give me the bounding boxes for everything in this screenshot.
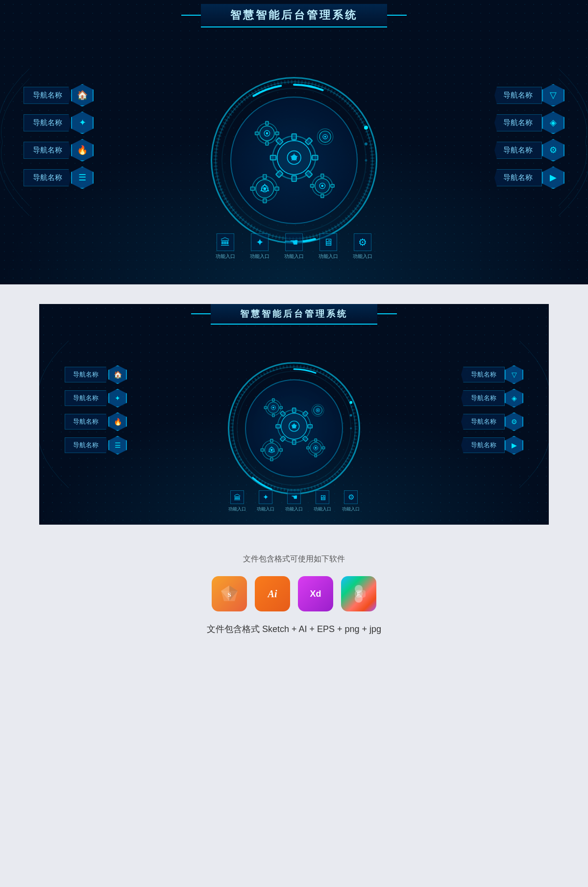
svg-rect-64 <box>302 436 308 441</box>
func-icon-3: ☚ <box>285 233 303 251</box>
nav-left-label-1: 导航名称 <box>24 87 71 104</box>
card-nav-left-item-4[interactable]: 导航名称 ☰ <box>65 436 127 455</box>
card-nav-right-label-3: 导航名称 <box>461 414 505 430</box>
card-nav-left-hex-4: ☰ <box>108 436 127 455</box>
card-nav-right-hex-1: ▽ <box>505 365 523 384</box>
func-icon-2: ✦ <box>251 233 269 251</box>
func-item-2[interactable]: ✦ 功能入口 <box>250 233 270 260</box>
format-text: 文件包含格式 Sketch + AI + EPS + png + jpg <box>39 623 549 635</box>
card-func-icon-2: ✦ <box>259 490 272 504</box>
ai-text: Ai <box>268 588 277 600</box>
card-gear-svg <box>251 385 337 471</box>
card-func-item-4[interactable]: 🖥 功能入口 <box>314 490 331 512</box>
svg-rect-81 <box>279 449 282 451</box>
sketch-logo-svg: S <box>220 584 239 604</box>
card-nav-right-item-4[interactable]: ▶ 导航名称 <box>461 436 523 455</box>
func-icon-5: ⚙ <box>354 233 371 251</box>
nav-right-item-4[interactable]: ▶ 导航名称 <box>494 166 564 189</box>
func-item-1[interactable]: 🏛 功能入口 <box>216 233 235 260</box>
svg-point-95 <box>317 409 318 411</box>
nav-right-item-3[interactable]: ⚙ 导航名称 <box>494 139 564 161</box>
card-func-icon-5: ⚙ <box>344 490 358 504</box>
nav-right-item-2[interactable]: ◈ 导航名称 <box>494 111 564 134</box>
title-bar: 智慧智能后台管理系统 <box>201 0 387 27</box>
func-icon-1: 🏛 <box>217 233 234 251</box>
func-label-4: 功能入口 <box>318 253 338 260</box>
card-nav-right-item-1[interactable]: ▽ 导航名称 <box>461 365 523 384</box>
svg-rect-32 <box>263 199 267 203</box>
card-func-item-2[interactable]: ✦ 功能入口 <box>257 490 274 512</box>
svg-text:S: S <box>227 591 231 598</box>
card-func-label-3: 功能入口 <box>285 506 303 512</box>
card-func-icon-1: 🏛 <box>230 490 244 504</box>
nav-right-item-1[interactable]: ▽ 导航名称 <box>494 84 564 106</box>
nav-left-label-4: 导航名称 <box>24 169 71 186</box>
svg-point-52 <box>350 414 352 417</box>
sketch-icon: S <box>212 576 247 611</box>
svg-point-22 <box>266 132 268 134</box>
card-func-label-2: 功能入口 <box>257 506 274 512</box>
nav-left-hex-1: 🏠 <box>71 84 94 106</box>
nav-right-group: ▽ 导航名称 ◈ 导航名称 ⚙ 导航名称 ▶ 导航名称 <box>494 84 564 189</box>
svg-rect-73 <box>280 406 282 408</box>
figma-logo-svg: F <box>352 584 366 604</box>
bottom-info-section: 文件包含格式可使用如下软件 S Ai Xd <box>0 539 588 659</box>
xd-text: Xd <box>310 589 321 599</box>
card-nav-left-hex-1: 🏠 <box>108 365 127 384</box>
svg-rect-42 <box>331 184 334 187</box>
card-nav-left-label-3: 导航名称 <box>65 414 108 430</box>
svg-rect-58 <box>292 408 295 412</box>
func-label-3: 功能入口 <box>284 253 304 260</box>
svg-rect-15 <box>276 137 283 145</box>
section-card-wrap: 智慧智能后台管理系统 导航名称 🏠 导航名称 ✦ 导航名称 🔥 导航名称 <box>0 284 588 539</box>
svg-rect-17 <box>276 170 283 177</box>
card-nav-left-label-2: 导航名称 <box>65 390 108 406</box>
svg-rect-26 <box>255 132 259 135</box>
svg-rect-41 <box>321 194 324 198</box>
nav-left-item-2[interactable]: 导航名称 ✦ <box>24 111 94 134</box>
desc-text: 文件包含格式可使用如下软件 <box>39 554 549 564</box>
svg-rect-12 <box>312 155 318 160</box>
card-nav-right-hex-2: ◈ <box>505 389 523 407</box>
card-left-arc <box>39 341 69 488</box>
svg-rect-63 <box>280 411 285 416</box>
nav-right-hex-4: ▶ <box>542 166 564 189</box>
svg-point-4 <box>365 143 368 146</box>
nav-right-hex-3: ⚙ <box>542 139 564 161</box>
card-nav-left-group: 导航名称 🏠 导航名称 ✦ 导航名称 🔥 导航名称 ☰ <box>65 365 127 455</box>
func-item-3[interactable]: ☚ 功能入口 <box>284 233 304 260</box>
card-nav-left-label-4: 导航名称 <box>65 437 108 453</box>
card-nav-left-item-2[interactable]: 导航名称 ✦ <box>65 389 127 407</box>
svg-point-70 <box>272 406 274 408</box>
card-nav-right-item-2[interactable]: ◈ 导航名称 <box>461 389 523 407</box>
nav-left-hex-4: ☰ <box>71 166 94 189</box>
func-item-4[interactable]: 🖥 功能入口 <box>318 233 338 260</box>
nav-left-label-3: 导航名称 <box>24 142 71 159</box>
svg-point-5 <box>365 159 367 162</box>
svg-rect-74 <box>264 406 267 408</box>
card-func-item-5[interactable]: ⚙ 功能入口 <box>342 490 360 512</box>
card-nav-right-group: ▽ 导航名称 ◈ 导航名称 ⚙ 导航名称 ▶ 导航名称 <box>461 365 523 455</box>
card-nav-left-item-1[interactable]: 导航名称 🏠 <box>65 365 127 384</box>
software-icons-row: S Ai Xd F <box>39 576 549 611</box>
card-nav-right-item-3[interactable]: ⚙ 导航名称 <box>461 412 523 431</box>
card-nav-left-item-3[interactable]: 导航名称 🔥 <box>65 412 127 431</box>
card-func-item-3[interactable]: ☚ 功能入口 <box>285 490 303 512</box>
card-func-item-1[interactable]: 🏛 功能入口 <box>228 490 246 512</box>
func-item-5[interactable]: ⚙ 功能入口 <box>353 233 372 260</box>
card-nav-left-hex-3: 🔥 <box>108 412 127 431</box>
nav-right-label-1: 导航名称 <box>494 87 542 104</box>
outer-ring <box>211 77 377 244</box>
nav-left-item-3[interactable]: 导航名称 🔥 <box>24 139 94 161</box>
nav-left-hex-3: 🔥 <box>71 139 94 161</box>
section-card-dashboard: 智慧智能后台管理系统 导航名称 🏠 导航名称 ✦ 导航名称 🔥 导航名称 <box>39 304 549 525</box>
card-bottom-functions: 🏛 功能入口 ✦ 功能入口 ☚ 功能入口 🖥 功能入口 ⚙ 功能入口 <box>228 490 360 512</box>
nav-left-item-4[interactable]: 导航名称 ☰ <box>24 166 94 189</box>
func-label-5: 功能入口 <box>353 253 372 260</box>
func-label-2: 功能入口 <box>250 253 270 260</box>
nav-left-item-1[interactable]: 导航名称 🏠 <box>24 84 94 106</box>
card-func-label-4: 功能入口 <box>314 506 331 512</box>
svg-rect-31 <box>263 175 267 178</box>
card-nav-left-label-1: 导航名称 <box>65 367 108 382</box>
svg-point-39 <box>321 185 323 187</box>
